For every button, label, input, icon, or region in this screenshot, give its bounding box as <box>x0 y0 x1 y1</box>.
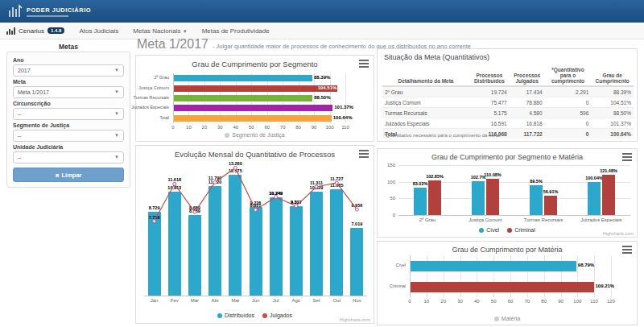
grouped-bar-criminal[interactable] <box>602 175 615 215</box>
plot-area: 8.7297.73810.81311.6188.3898.68911.42011… <box>144 167 367 296</box>
column-bar-fev[interactable] <box>168 192 181 296</box>
line-marker <box>355 208 358 211</box>
column-bar-mai[interactable] <box>229 175 242 296</box>
nav-item-metas-nacionais[interactable]: Metas Nacionais ▼ <box>133 27 187 35</box>
table-row: 2º Grau19.72417.4342.29188.39% <box>382 86 634 97</box>
legend-item-cvel[interactable]: Cível <box>479 227 499 233</box>
unidade-select[interactable]: -- ▼ <box>13 151 124 164</box>
legend-dot <box>479 228 484 233</box>
legend-dot <box>262 313 267 318</box>
line-value-label: 13.280 <box>225 161 246 166</box>
bar-1[interactable] <box>174 75 312 81</box>
axis-tick-label: 110 <box>586 299 602 304</box>
category-label: Justiça Comum <box>138 85 169 90</box>
grouped-bar-cível[interactable] <box>588 182 601 215</box>
column-bar-ago[interactable] <box>290 206 303 296</box>
meta-select[interactable]: Meta 1/2017 ▼ <box>13 86 124 98</box>
filter-group-segmento: Segmento de Justiça -- ▼ <box>13 122 124 142</box>
nav-item-atos-judiciais[interactable]: Atos Judiciais <box>79 27 118 35</box>
table-cell: 88.50% <box>591 108 634 118</box>
axis-tick-label: 50 <box>381 196 395 201</box>
column-bar-jan[interactable] <box>148 212 161 296</box>
grouped-bar-cível[interactable] <box>414 188 427 215</box>
table-cell: 0 <box>545 97 592 108</box>
bar-2[interactable] <box>174 85 337 92</box>
chevron-down-icon: ▼ <box>114 87 119 97</box>
axis-tick-label: 0 <box>165 125 181 130</box>
table-cell: Turmas Recursais <box>382 108 469 118</box>
chart-menu-icon[interactable] <box>622 246 632 254</box>
column-bar-nov[interactable] <box>350 228 363 296</box>
bar-value-label: 101.37% <box>334 105 355 110</box>
bar-1[interactable] <box>411 261 576 271</box>
chart-menu-icon[interactable] <box>359 60 369 68</box>
ano-select[interactable]: 2017 ▼ <box>13 64 124 77</box>
grouped-bar-criminal[interactable] <box>544 196 557 215</box>
column-bar-abr[interactable] <box>208 186 221 296</box>
month-axis-label: Jun <box>246 298 266 303</box>
legend-item-segmentodejustia[interactable]: Segmento de Justiça <box>225 132 284 138</box>
column-bar-jun[interactable] <box>250 207 262 296</box>
bar-value-label: 100.64% <box>333 115 354 120</box>
legend-label: Distribuídos <box>225 313 254 318</box>
axis-tick-label: 100 <box>322 125 338 130</box>
bar-3[interactable] <box>174 95 312 101</box>
bar-4[interactable] <box>174 105 332 111</box>
bar-5[interactable] <box>174 115 332 122</box>
filter-label: Unidade Judiciária <box>13 144 124 150</box>
column-bar-mar[interactable] <box>188 215 201 296</box>
legend-dot <box>217 313 222 318</box>
chart-panel-evolucao-mensal: Evolução Mensal do Quantitativo de Proce… <box>135 145 374 324</box>
bar-value-label: 56.91% <box>540 189 561 194</box>
select-value: -- <box>18 152 22 163</box>
line-value-label: 11.618 <box>164 177 185 182</box>
chart-legend: CívelCriminal <box>378 227 637 233</box>
table-header: Detalhamento da MetaProcessos Distribuíd… <box>382 65 634 86</box>
month-axis-label: Ago <box>287 298 306 303</box>
gridline <box>398 165 630 166</box>
grouped-bar-cível[interactable] <box>472 181 485 215</box>
column-bar-set[interactable] <box>310 192 323 296</box>
bar-2[interactable] <box>411 282 594 292</box>
month-axis-label: Jan <box>145 298 164 303</box>
grouped-bar-criminal[interactable] <box>486 179 499 215</box>
plot-area: 88.39%104.51%88.50%101.37%100.64% <box>173 73 345 123</box>
select-value: 2017 <box>18 65 31 76</box>
legend-label: Cível <box>486 227 499 233</box>
column-bar-out[interactable] <box>330 189 343 296</box>
filter-label: Circunscrição <box>13 101 124 106</box>
nav-brand-cenarius[interactable]: Cenarius 1.4.8 <box>6 27 64 35</box>
plot-area: 98.79%109.21% <box>410 255 611 297</box>
table-header-row: Detalhamento da MetaProcessos Distribuíd… <box>382 65 634 86</box>
grouped-bar-criminal[interactable] <box>428 180 441 215</box>
nav-item-metas-produtividade[interactable]: Metas de Produtividade <box>202 27 270 35</box>
chart-menu-icon[interactable] <box>622 153 632 161</box>
highcharts-watermark: Highcharts.com <box>603 231 634 236</box>
chevron-down-icon: ▼ <box>114 65 119 76</box>
axis-tick-label: 50 <box>243 125 259 130</box>
chart-menu-icon[interactable] <box>359 150 369 158</box>
table-cell: 75.477 <box>469 97 510 108</box>
clear-button[interactable]: ✖ Limpar <box>13 168 124 182</box>
bar-value-label: 121.48% <box>598 168 619 173</box>
line-value-label: 10.249 <box>266 191 287 196</box>
select-value: -- <box>18 130 22 141</box>
nav-item-label: Metas de Produtividade <box>202 27 270 35</box>
segmento-select[interactable]: -- ▼ <box>13 130 124 142</box>
legend-item-criminal[interactable]: Criminal <box>507 227 535 233</box>
legend-item-julgados[interactable]: Julgados <box>262 313 292 318</box>
chart-legend: Segmento de Justiça <box>136 132 374 138</box>
axis-tick-label: 110 <box>337 125 353 130</box>
filter-label: Segmento de Justiça <box>13 122 124 128</box>
legend-item-matria[interactable]: Matéria <box>494 316 520 321</box>
column-bar-jul[interactable] <box>270 197 283 296</box>
table-cell: 117.722 <box>510 129 545 139</box>
table-cell: Justiça Comum <box>382 97 469 108</box>
circunscricao-select[interactable]: -- ▼ <box>13 108 124 120</box>
legend-label: Julgados <box>270 313 292 318</box>
axis-tick-label: 90 <box>553 299 569 304</box>
axis-tick-label: 100 <box>569 299 585 304</box>
legend-item-distribudos[interactable]: Distribuídos <box>217 313 254 318</box>
column-header: *Quantitativo para o cumprimento <box>545 65 592 86</box>
month-axis-label: Abr <box>205 298 225 303</box>
